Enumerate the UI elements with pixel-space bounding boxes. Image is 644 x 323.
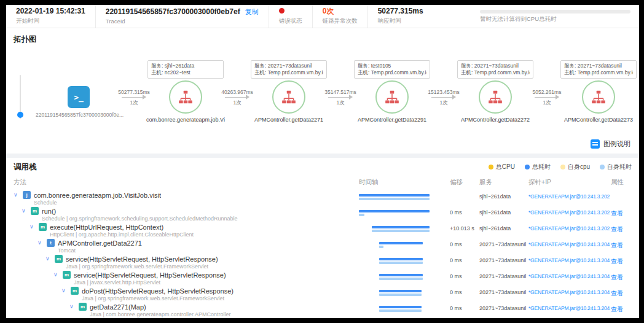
trace-summary-bar: 2022-01-19 15:42:31 开始时间 220119154565857… — [6, 5, 639, 28]
edge-duration-label: 40263.967ms — [221, 89, 253, 95]
node-host-label: 主机: Temp.prd.comm.vm.by.idc.b... — [461, 69, 530, 76]
trace-id-field: 220119154565857fc3700003000f0eb7ef复制 Tra… — [95, 5, 269, 28]
node-service-label: 服务: 20271~73datasunil — [564, 63, 633, 69]
node-method-label: APMController.getData2272 — [461, 117, 530, 123]
method-subtitle: Tomcat — [58, 247, 359, 254]
collapse-chevron-icon[interactable] — [69, 304, 76, 309]
trace-root-node[interactable]: 220119154565857fc3700003000f0e... — [36, 60, 122, 140]
legend-item[interactable]: 总耗时 — [525, 163, 551, 171]
edge-line — [122, 97, 143, 98]
copy-trace-id-link[interactable]: 复制 — [245, 8, 259, 15]
view-attr-link[interactable]: 查看 — [611, 207, 632, 218]
self-time-bar — [379, 262, 423, 264]
collapse-chevron-icon[interactable] — [37, 240, 44, 246]
callstack-row[interactable]: t APMController.getData2271 Tomcat 0 ms … — [14, 238, 632, 254]
collapse-chevron-icon[interactable] — [61, 288, 68, 294]
collapse-chevron-icon[interactable] — [22, 208, 28, 214]
timeline-bars — [359, 287, 450, 300]
edge-count-label: 1次 — [543, 99, 551, 107]
callstack-row[interactable]: m service(HttpServletRequest, HttpServle… — [14, 254, 632, 270]
collapse-chevron-icon[interactable] — [14, 192, 20, 198]
topology-node[interactable]: 服务: 20271~73datasunil 主机: Temp.prd.comm.… — [249, 60, 328, 140]
collapse-chevron-icon[interactable] — [45, 256, 52, 262]
legend-item[interactable]: 总CPU — [489, 163, 515, 171]
edge-count-label: 1次 — [439, 99, 447, 107]
method-subtitle: Java | org.springframework.web.servlet.F… — [82, 295, 359, 302]
method-name: service(HttpServletRequest, HttpServletR… — [74, 271, 226, 279]
topology-node[interactable]: 服务: 20271~73datasunil 主机: Temp.prd.comm.… — [456, 60, 535, 140]
topology-section: 拓扑图 220119154565857fc3700003000f0e... 50… — [6, 28, 639, 154]
zoom-slider[interactable] — [17, 75, 23, 119]
service-node-circle[interactable] — [169, 80, 202, 114]
method-name: execute(HttpUrlRequest, HttpContext) — [50, 224, 163, 231]
method-cell: m getData2271(Map) Java | com.bonree.gen… — [14, 303, 359, 317]
topology-node[interactable]: 服务: 20271~73datasunil 主机: Temp.prd.comm.… — [559, 60, 638, 140]
view-attr-link[interactable]: 查看 — [611, 287, 632, 298]
view-attr-link[interactable]: 查看 — [611, 255, 632, 266]
edge-duration-label: 50277.315ms — [118, 89, 150, 95]
callstack-row[interactable]: m run() Schedule | org.springframework.s… — [14, 206, 632, 222]
service-node-circle[interactable] — [479, 80, 512, 114]
service-node-circle[interactable] — [272, 80, 305, 114]
service-topology-icon — [178, 89, 194, 105]
service-topology-icon — [384, 89, 400, 105]
callstack-row[interactable]: m doPost(HttpServletRequest, HttpServlet… — [14, 286, 632, 302]
node-host-label: 主机: nc202~test — [151, 69, 220, 76]
callstack-rows: j com.bonree.generateapm.job.VisitJob.vi… — [14, 190, 632, 318]
service-node-circle[interactable] — [582, 80, 615, 114]
service-node-circle[interactable] — [375, 80, 409, 114]
probe-ip-link[interactable]: *GENERATEAPM.jar@10.241.3.204 — [528, 287, 611, 295]
offset-value — [450, 191, 479, 193]
collapse-chevron-icon[interactable] — [29, 224, 36, 230]
legend-icon — [591, 139, 600, 149]
view-attr-link[interactable]: 查看 — [611, 271, 632, 282]
view-attr-link[interactable]: 查看 — [611, 239, 632, 250]
view-attr-link[interactable]: 查看 — [611, 223, 632, 234]
topology-node[interactable]: 服务: test0105 主机: Temp.prd.comm.vm.by.idc… — [353, 60, 431, 140]
method-type-icon: m — [71, 287, 79, 295]
callstack-row[interactable]: m execute(HttpUrlRequest, HttpContext) +… — [14, 317, 632, 318]
callstack-table-header: 方法 时间轴 偏移 服务 探针+IP 属性 — [14, 173, 632, 190]
probe-ip-link[interactable]: *GENERATEAPM.jar@10.241.3.202 — [528, 191, 611, 200]
view-attr-link[interactable] — [611, 191, 632, 193]
cpu-total-field: 暂时无法计算得到CPU总耗时 — [470, 5, 632, 28]
collapse-chevron-icon[interactable] — [53, 272, 60, 278]
callstack-section: 调用栈 总CPU 总耗时 自身cpu 自身耗时 方法 时间轴 偏移 服务 探针+… — [6, 158, 639, 318]
callstack-row[interactable]: j com.bonree.generateapm.job.VisitJob.vi… — [14, 190, 632, 206]
probe-ip-link[interactable]: *GENERATEAPM.jar@10.241.3.204 — [528, 239, 611, 247]
method-subtitle: Java | org.springframework.web.servlet.F… — [66, 263, 359, 270]
method-type-icon: m — [39, 223, 47, 231]
probe-ip-link[interactable]: *GENERATEAPM.jar@10.241.3.204 — [528, 255, 611, 263]
legend-toggle[interactable]: 图例说明 — [591, 139, 630, 149]
node-service-label: 服务: sjhl~261data — [151, 63, 220, 69]
edge-arrowhead-icon — [246, 95, 249, 99]
zoom-slider-thumb[interactable] — [17, 112, 23, 118]
probe-ip-link[interactable]: *GENERATEAPM.jar@10.241.3.202 — [528, 223, 611, 232]
timeline-bars — [359, 271, 450, 284]
view-attr-link[interactable]: 查看 — [611, 303, 632, 314]
callstack-row[interactable]: m getData2271(Map) Java | com.bonree.gen… — [14, 302, 632, 317]
column-timeline: 时间轴 — [359, 178, 450, 187]
response-time-field: 50277.315ms 响应时间 — [367, 5, 433, 28]
total-time-bar — [379, 242, 423, 244]
topology-node[interactable]: 服务: sjhl~261data 主机: nc202~test com.bonr… — [146, 60, 225, 140]
legend-item[interactable]: 自身耗时 — [600, 163, 632, 171]
legend-item[interactable]: 自身cpu — [560, 163, 590, 171]
method-cell: m doPost(HttpServletRequest, HttpServlet… — [14, 287, 359, 302]
timeline-bars — [359, 191, 450, 204]
trace-entry-icon[interactable] — [68, 86, 90, 108]
error-status-dot — [279, 8, 285, 14]
probe-ip-link[interactable]: *GENERATEAPM.jar@10.241.3.202 — [528, 207, 611, 216]
probe-ip-link[interactable]: *GENERATEAPM.jar@10.241.3.204 — [528, 271, 611, 279]
topology-title: 拓扑图 — [6, 28, 639, 45]
method-subtitle: Java | com.bonree.generateapm.controller… — [90, 311, 359, 317]
method-type-icon: m — [55, 255, 63, 263]
callstack-row[interactable]: m execute(HttpUrlRequest, HttpContext) H… — [14, 222, 632, 238]
error-count-field: 0次 链路异常次数 — [312, 5, 367, 28]
edge-line — [328, 97, 350, 98]
callstack-row[interactable]: m service(HttpServletRequest, HttpServle… — [14, 270, 632, 286]
method-cell: m run() Schedule | org.springframework.s… — [14, 207, 359, 222]
probe-ip-link[interactable]: *GENERATEAPM.jar@10.241.3.204 — [528, 303, 611, 311]
self-time-bar — [379, 309, 422, 312]
section-divider — [6, 154, 639, 158]
